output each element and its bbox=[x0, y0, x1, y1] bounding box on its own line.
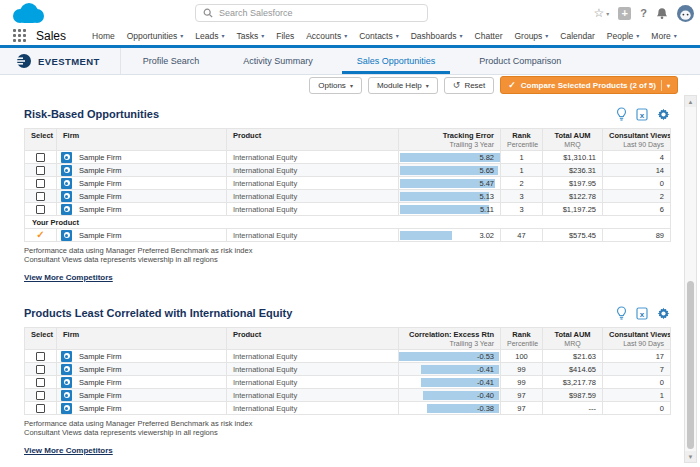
nav-item-opportunities[interactable]: Opportunities▾ bbox=[127, 31, 184, 41]
aum-cell: --- bbox=[543, 402, 603, 415]
table-row: Sample FirmInternational Equity5.472$197… bbox=[25, 177, 671, 190]
nav-item-people[interactable]: People▾ bbox=[607, 31, 639, 41]
rank-cell: 2 bbox=[501, 177, 543, 190]
select-checkbox[interactable] bbox=[36, 166, 45, 175]
help-icon[interactable]: ? bbox=[640, 7, 647, 19]
nav-item-tasks[interactable]: Tasks▾ bbox=[236, 31, 264, 41]
nav-item-calendar[interactable]: Calendar bbox=[560, 31, 595, 41]
nav-item-accounts[interactable]: Accounts▾ bbox=[306, 31, 347, 41]
aum-cell: $3,217.78 bbox=[543, 376, 603, 389]
reset-button[interactable]: ↺Reset bbox=[444, 77, 494, 94]
select-checkbox[interactable] bbox=[36, 404, 45, 413]
your-product-row: ✓Sample FirmInternational Equity3.0247$5… bbox=[25, 229, 671, 242]
view-more-competitors-link[interactable]: View More Competitors bbox=[24, 273, 113, 282]
table-row: Sample FirmInternational Equity-0.4199$4… bbox=[25, 363, 671, 376]
aum-cell: $987.59 bbox=[543, 389, 603, 402]
chevron-down-icon: ▾ bbox=[545, 32, 548, 39]
tab-product-comparison[interactable]: Product Comparison bbox=[457, 48, 583, 74]
scroll-up-arrow-icon[interactable]: ▲ bbox=[685, 96, 696, 107]
options-button[interactable]: Options▾ bbox=[309, 77, 362, 94]
view-more-competitors-link[interactable]: View More Competitors bbox=[24, 446, 113, 455]
firm-cell: Sample Firm bbox=[57, 376, 227, 389]
select-checkbox[interactable] bbox=[36, 179, 45, 188]
insights-lightbulb-icon[interactable] bbox=[616, 107, 627, 121]
chevron-down-icon: ▾ bbox=[674, 32, 677, 39]
column-header-aum: Total AUMMRQ bbox=[543, 328, 603, 350]
views-cell: 7 bbox=[603, 363, 671, 376]
firm-name: Sample Firm bbox=[79, 179, 122, 188]
notifications-bell-icon[interactable] bbox=[656, 7, 668, 20]
vertical-scrollbar[interactable]: ▲ ▼ bbox=[684, 95, 697, 463]
metric-data-bar bbox=[400, 231, 452, 240]
select-checkbox[interactable] bbox=[36, 205, 45, 214]
settings-gear-icon[interactable] bbox=[657, 307, 670, 320]
select-checkbox[interactable] bbox=[36, 192, 45, 201]
column-header-views: Consultant ViewsLast 90 Days bbox=[603, 129, 671, 151]
views-cell: 6 bbox=[603, 203, 671, 216]
nav-item-home[interactable]: Home bbox=[92, 31, 115, 41]
tab-activity-summary[interactable]: Activity Summary bbox=[221, 48, 335, 74]
rank-cell: 3 bbox=[501, 190, 543, 203]
scrollbar-thumb[interactable] bbox=[687, 281, 694, 449]
product-cell: International Equity bbox=[227, 363, 399, 376]
export-excel-icon[interactable]: x bbox=[636, 108, 648, 121]
module-content: Risk-Based Opportunities x SelectFirmPro… bbox=[0, 94, 700, 467]
metric-cell: -0.53 bbox=[399, 350, 501, 363]
select-checkbox[interactable] bbox=[36, 378, 45, 387]
selected-check-icon[interactable]: ✓ bbox=[36, 229, 44, 240]
compare-selected-products-button[interactable]: ✓ Compare Selected Products (2 of 5) ▾ bbox=[500, 76, 678, 94]
app-launcher-icon[interactable] bbox=[13, 29, 26, 42]
select-cell bbox=[25, 190, 57, 203]
favorites-star-icon[interactable]: ☆▾ bbox=[593, 7, 609, 19]
select-cell bbox=[25, 151, 57, 164]
nav-item-more[interactable]: More▾ bbox=[651, 31, 676, 41]
metric-data-bar bbox=[400, 192, 489, 201]
table-row: Sample FirmInternational Equity-0.3897--… bbox=[25, 402, 671, 415]
nav-item-chatter[interactable]: Chatter bbox=[475, 31, 503, 41]
add-icon[interactable]: + bbox=[618, 7, 631, 20]
search-input[interactable] bbox=[219, 8, 420, 18]
module-help-button[interactable]: Module Help▾ bbox=[368, 77, 438, 94]
firm-name: Sample Firm bbox=[79, 378, 122, 387]
nav-item-groups[interactable]: Groups▾ bbox=[514, 31, 548, 41]
chevron-down-icon: ▾ bbox=[221, 32, 224, 39]
reset-icon: ↺ bbox=[453, 81, 461, 90]
select-checkbox[interactable] bbox=[36, 391, 45, 400]
nav-item-contacts[interactable]: Contacts▾ bbox=[359, 31, 399, 41]
svg-text:x: x bbox=[640, 110, 645, 119]
rank-cell: 100 bbox=[501, 350, 543, 363]
global-search[interactable] bbox=[195, 4, 428, 22]
nav-item-dashboards[interactable]: Dashboards▾ bbox=[411, 31, 463, 41]
metric-cell: -0.41 bbox=[399, 376, 501, 389]
your-product-label: Your Product bbox=[25, 216, 671, 229]
footnote-line: Consultant Views data represents viewers… bbox=[24, 255, 670, 264]
select-checkbox[interactable] bbox=[36, 365, 45, 374]
metric-value: -0.41 bbox=[477, 378, 494, 387]
insights-lightbulb-icon[interactable] bbox=[616, 306, 627, 320]
select-checkbox[interactable] bbox=[36, 352, 45, 361]
nav-item-files[interactable]: Files bbox=[276, 31, 294, 41]
aum-cell: $21.63 bbox=[543, 350, 603, 363]
tab-profile-search[interactable]: Profile Search bbox=[121, 48, 222, 74]
rank-cell: 97 bbox=[501, 389, 543, 402]
product-cell: International Equity bbox=[227, 402, 399, 415]
column-header-select: Select bbox=[25, 129, 57, 151]
scroll-down-arrow-icon[interactable]: ▼ bbox=[685, 451, 696, 462]
firm-icon bbox=[61, 191, 72, 202]
nav-item-leads[interactable]: Leads▾ bbox=[195, 31, 224, 41]
footnote-line: Performance data using Manager Preferred… bbox=[24, 246, 670, 255]
settings-gear-icon[interactable] bbox=[657, 108, 670, 121]
firm-cell: Sample Firm bbox=[57, 203, 227, 216]
export-excel-icon[interactable]: x bbox=[636, 307, 648, 320]
aum-cell: $575.45 bbox=[543, 229, 603, 242]
product-cell: International Equity bbox=[227, 229, 399, 242]
product-cell: International Equity bbox=[227, 190, 399, 203]
views-cell: 0 bbox=[603, 402, 671, 415]
select-cell bbox=[25, 389, 57, 402]
select-checkbox[interactable] bbox=[36, 153, 45, 162]
rank-cell: 47 bbox=[501, 229, 543, 242]
chevron-down-icon: ▾ bbox=[344, 32, 347, 39]
user-avatar[interactable] bbox=[677, 5, 694, 22]
select-cell bbox=[25, 376, 57, 389]
tab-sales-opportunities[interactable]: Sales Opportunities bbox=[335, 48, 458, 74]
